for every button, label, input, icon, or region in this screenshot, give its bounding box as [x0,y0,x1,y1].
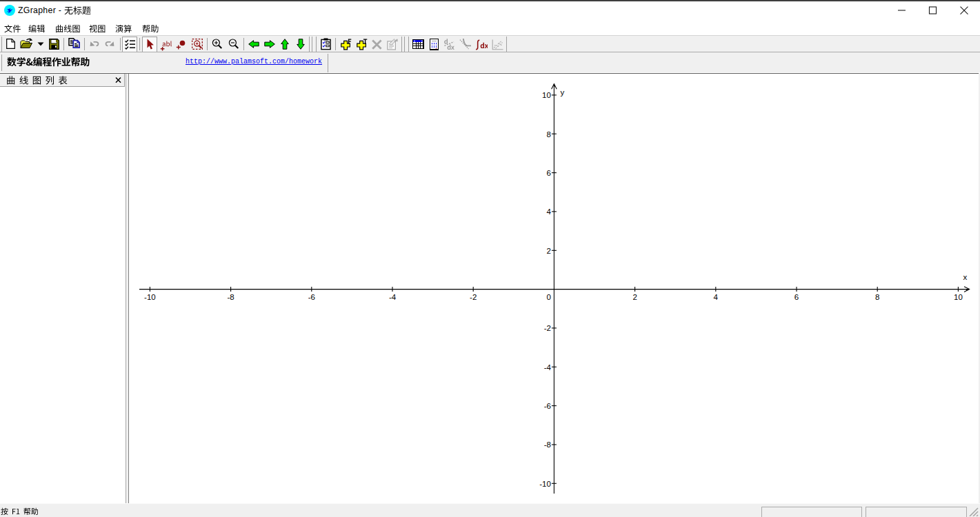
svg-text:4: 4 [714,293,719,301]
svg-text:-4: -4 [544,363,552,372]
svg-text:-2: -2 [470,293,477,301]
svg-text:-6: -6 [308,293,315,301]
svg-text:10: 10 [542,91,551,99]
svg-text:8: 8 [875,293,879,301]
svg-text:-6: -6 [544,402,551,410]
svg-text:-8: -8 [544,440,551,449]
svg-text:2: 2 [546,247,550,255]
svg-text:6: 6 [546,169,550,177]
svg-text:0: 0 [546,293,550,301]
svg-text:2: 2 [632,293,637,301]
svg-text:-10: -10 [144,293,156,301]
svg-text:4: 4 [546,207,551,216]
svg-text:y: y [561,88,565,97]
svg-text:6: 6 [794,293,799,301]
svg-text:10: 10 [954,293,963,301]
svg-text:-2: -2 [544,324,551,332]
svg-text:-10: -10 [539,480,551,488]
svg-text:-8: -8 [227,293,234,301]
svg-text:8: 8 [546,130,550,139]
svg-text:x: x [963,273,968,281]
svg-text:-4: -4 [389,293,397,301]
